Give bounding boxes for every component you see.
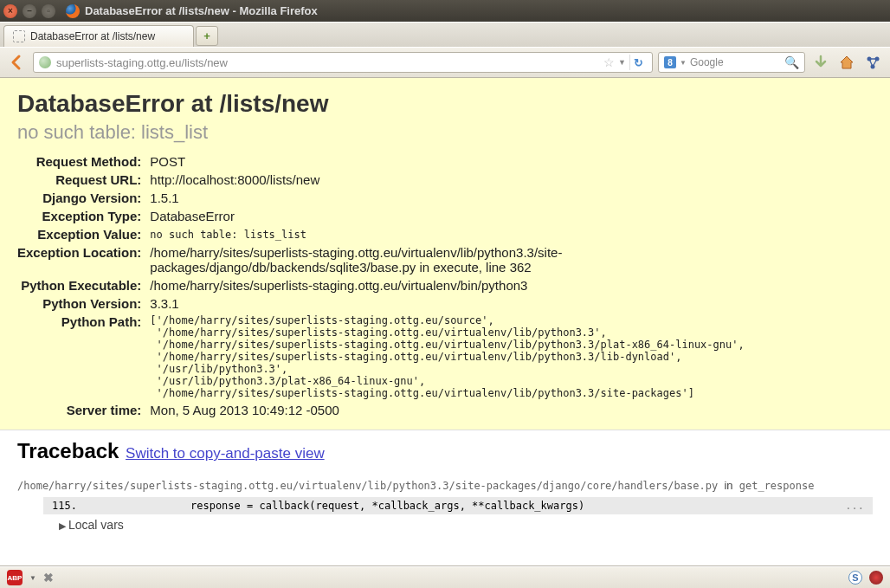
search-placeholder: Google [690, 56, 784, 68]
firefox-icon [66, 4, 80, 18]
frame-ellipsis: ... [845, 500, 864, 512]
meta-value: DatabaseError [150, 207, 773, 225]
tab-active[interactable]: DatabaseError at /lists/new [3, 25, 194, 47]
meta-key: Request URL: [17, 171, 150, 189]
error-subheading: no such table: lists_list [17, 121, 873, 144]
traceback-code-line[interactable]: 115. response = callback(request, *callb… [43, 497, 873, 514]
tab-strip: DatabaseError at /lists/new + [0, 22, 890, 47]
meta-key: Django Version: [17, 189, 150, 207]
zotero-button[interactable] [862, 52, 883, 73]
traceback-frame-file: /home/harry/sites/superlists-staging.ott… [17, 479, 873, 492]
back-button[interactable] [7, 52, 28, 73]
window-close-button[interactable]: × [3, 4, 17, 18]
back-arrow-icon [9, 54, 26, 71]
window-title: DatabaseError at /lists/new - Mozilla Fi… [85, 4, 887, 17]
meta-value: /home/harry/sites/superlists-staging.ott… [150, 243, 773, 276]
error-heading: DatabaseError at /lists/new [17, 90, 873, 118]
adblock-dropdown-icon[interactable]: ▼ [29, 574, 36, 582]
download-arrow-icon [813, 55, 829, 70]
meta-value: 3.3.1 [150, 294, 773, 313]
meta-value: no such table: lists_list [150, 225, 773, 243]
window-maximize-button[interactable]: ▫ [42, 4, 55, 18]
window-minimize-button[interactable]: – [23, 4, 36, 18]
meta-value: Mon, 5 Aug 2013 10:49:12 -0500 [150, 401, 773, 419]
search-go-icon[interactable]: 🔍 [784, 55, 799, 69]
switch-view-link[interactable]: Switch to copy-and-paste view [126, 445, 325, 462]
page-icon [13, 30, 25, 42]
home-button[interactable] [836, 52, 857, 73]
frame-code: response = callback(request, *callback_a… [95, 500, 845, 512]
frame-in-word: in [724, 479, 732, 492]
new-tab-button[interactable]: + [196, 26, 218, 46]
window-titlebar: × – ▫ DatabaseError at /lists/new - Mozi… [0, 0, 890, 22]
meta-key: Python Path: [17, 313, 150, 401]
triangle-right-icon: ▶ [59, 520, 66, 531]
bookmark-star-icon[interactable]: ☆ [603, 55, 615, 69]
meta-value: POST [150, 152, 773, 171]
meta-key: Server time: [17, 401, 150, 419]
downloads-button[interactable] [810, 52, 831, 73]
meta-key: Exception Type: [17, 207, 150, 225]
noscript-icon[interactable]: ✖ [43, 571, 54, 585]
url-host: superlists-staging.ottg.eu [56, 56, 182, 69]
frame-lineno: 115. [52, 500, 95, 512]
page-content: DatabaseError at /lists/new no such tabl… [0, 78, 890, 566]
url-dropdown-icon[interactable]: ▼ [618, 58, 626, 67]
home-icon [838, 54, 855, 71]
site-identity-icon [39, 56, 51, 68]
zotero-icon [865, 55, 880, 70]
local-vars-label: Local vars [68, 518, 124, 532]
reload-button[interactable]: ↻ [629, 55, 647, 70]
url-bar[interactable]: superlists-staging.ottg.eu/lists/new ☆ ▼… [33, 52, 653, 73]
error-summary: DatabaseError at /lists/new no such tabl… [0, 78, 890, 430]
meta-key: Python Executable: [17, 276, 150, 294]
meta-key: Exception Location: [17, 243, 150, 276]
meta-key: Request Method: [17, 152, 150, 171]
local-vars-toggle[interactable]: ▶Local vars [59, 518, 873, 532]
stylish-icon[interactable]: S [848, 571, 862, 585]
search-bar[interactable]: 8 ▼ Google 🔍 [658, 52, 805, 73]
traceback-section: Traceback Switch to copy-and-paste view … [0, 430, 890, 540]
adblock-icon[interactable]: ABP [7, 570, 23, 585]
status-bar: ABP ▼ ✖ S [0, 566, 890, 588]
firebug-icon[interactable] [869, 571, 883, 585]
navigation-toolbar: superlists-staging.ottg.eu/lists/new ☆ ▼… [0, 47, 890, 78]
meta-value: /home/harry/sites/superlists-staging.ott… [150, 276, 773, 294]
url-path: /lists/new [182, 56, 228, 69]
tab-label: DatabaseError at /lists/new [30, 30, 155, 42]
error-meta-table: Request Method:POST Request URL:http://l… [17, 152, 773, 419]
frame-function: get_response [739, 480, 815, 492]
meta-value: 1.5.1 [150, 189, 773, 207]
meta-key: Exception Value: [17, 225, 150, 243]
traceback-heading: Traceback [17, 439, 119, 462]
search-engine-icon: 8 [664, 56, 676, 68]
search-engine-dropdown-icon[interactable]: ▼ [680, 59, 687, 67]
frame-path: /home/harry/sites/superlists-staging.ott… [17, 480, 718, 492]
meta-key: Python Version: [17, 294, 150, 313]
meta-value: http://localhost:8000/lists/new [150, 171, 773, 189]
meta-value: ['/home/harry/sites/superlists-staging.o… [150, 313, 773, 401]
